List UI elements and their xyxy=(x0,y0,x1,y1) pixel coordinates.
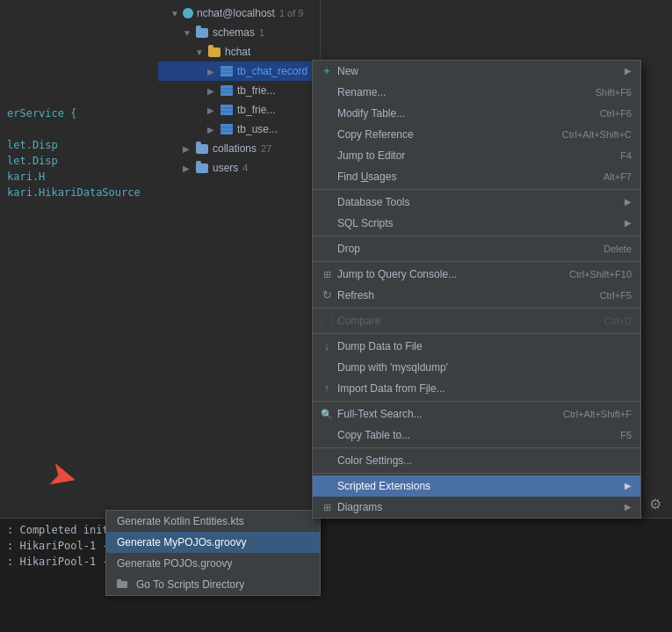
table-icon-tb-use xyxy=(220,122,234,136)
menu-item-color-settings[interactable]: Color Settings... xyxy=(313,450,640,471)
new-arrow: ▶ xyxy=(625,61,632,82)
rename-label: Rename... xyxy=(337,82,578,103)
tree-item-nchat[interactable]: ▼ nchat@localhost 1 of 9 xyxy=(158,4,320,23)
svg-rect-6 xyxy=(220,105,233,115)
import-icon: ↑ xyxy=(320,378,334,399)
menu-item-rename[interactable]: Rename... Shift+F6 xyxy=(313,82,640,103)
copy-table-shortcut: F5 xyxy=(620,425,632,446)
full-text-search-shortcut: Ctrl+Alt+Shift+F xyxy=(563,403,632,425)
table-icon-tb-frie-2 xyxy=(220,103,234,117)
compare-label: Compare xyxy=(337,310,587,331)
separator-2 xyxy=(313,236,640,236)
tree-arrow-nchat: ▼ xyxy=(170,9,183,18)
refresh-icon: ↻ xyxy=(320,285,334,306)
svg-rect-13 xyxy=(117,579,121,582)
menu-item-copy-reference[interactable]: Copy Reference Ctrl+Alt+Shift+C xyxy=(313,124,640,145)
find-usages-label: Find Usages xyxy=(337,166,586,187)
compare-icon: ⋮⋮ xyxy=(320,310,334,331)
scripted-extensions-label: Scripted Extensions xyxy=(337,476,620,497)
hchat-label: hchat xyxy=(225,46,250,58)
dump-mysqldump-label: Dump with 'mysqldump' xyxy=(337,357,632,378)
sub-context-menu-scripted-extensions: Generate Kotlin Entities.kts Generate My… xyxy=(105,510,321,596)
tree-item-hchat[interactable]: ▼ hchat xyxy=(158,42,320,62)
sub-menu-generate-kotlin[interactable]: Generate Kotlin Entities.kts xyxy=(106,511,320,532)
code-line-4: let.Disp xyxy=(0,153,163,169)
hchat-folder-icon xyxy=(207,45,221,59)
tree-item-tb-frie-2[interactable]: ▶ tb_frie... xyxy=(158,100,320,120)
code-line-5: kari.H xyxy=(0,169,163,185)
tree-arrow-tb-chat: ▶ xyxy=(207,67,220,76)
menu-item-compare[interactable]: ⋮⋮ Compare Ctrl+D xyxy=(313,310,640,331)
tree-item-collations[interactable]: ▶ collations 27 xyxy=(158,139,320,158)
menu-item-jump-editor[interactable]: Jump to Editor F4 xyxy=(313,145,640,166)
tree-item-users[interactable]: ▶ users 4 xyxy=(158,158,320,178)
menu-item-full-text-search[interactable]: 🔍 Full-Text Search... Ctrl+Alt+Shift+F xyxy=(313,403,640,425)
menu-item-refresh[interactable]: ↻ Refresh Ctrl+F5 xyxy=(313,285,640,306)
schemas-badge: 1 xyxy=(259,27,264,38)
diagrams-label: Diagrams xyxy=(337,497,620,518)
svg-rect-12 xyxy=(117,581,127,588)
menu-item-scripted-extensions[interactable]: Scripted Extensions ▶ xyxy=(313,476,640,497)
menu-item-find-usages[interactable]: Find Usages Alt+F7 xyxy=(313,166,640,187)
rename-shortcut: Shift+F6 xyxy=(596,82,632,103)
folder-small-icon xyxy=(117,574,131,595)
menu-item-diagrams[interactable]: ⊞ Diagrams ▶ xyxy=(313,497,640,518)
code-line-1: erService { xyxy=(0,105,163,121)
tree-arrow-hchat: ▼ xyxy=(195,47,207,57)
jump-editor-label: Jump to Editor xyxy=(337,145,603,166)
menu-item-dump-data[interactable]: ↓ Dump Data to File xyxy=(313,336,640,357)
sub-menu-generate-pojos[interactable]: Generate POJOs.groovy xyxy=(106,553,320,574)
menu-item-new[interactable]: + New ▶ xyxy=(313,61,640,82)
menu-item-jump-query[interactable]: ⊞ Jump to Query Console... Ctrl+Shift+F1… xyxy=(313,264,640,285)
separator-1 xyxy=(313,189,640,190)
users-badge: 4 xyxy=(242,163,248,173)
collations-badge: 27 xyxy=(261,143,271,154)
tree-arrow-collations: ▶ xyxy=(183,144,195,154)
plus-icon: + xyxy=(320,61,334,82)
tree-item-tb-frie-1[interactable]: ▶ tb_frie... xyxy=(158,81,320,100)
svg-rect-0 xyxy=(220,66,233,76)
tree-item-tb-use[interactable]: ▶ tb_use... xyxy=(158,120,320,139)
database-tree: ▼ nchat@localhost 1 of 9 ▼ schemas 1 ▼ xyxy=(158,0,320,181)
menu-item-dump-mysqldump[interactable]: Dump with 'mysqldump' xyxy=(313,357,640,378)
gear-button[interactable]: ⚙ xyxy=(646,494,665,513)
tree-arrow-users: ▶ xyxy=(183,163,195,173)
diagrams-icon: ⊞ xyxy=(320,497,334,518)
full-text-search-label: Full-Text Search... xyxy=(337,403,546,425)
refresh-shortcut: Ctrl+F5 xyxy=(600,285,632,306)
separator-6 xyxy=(313,401,640,402)
svg-rect-9 xyxy=(220,124,233,134)
find-usages-shortcut: Alt+F7 xyxy=(603,166,632,187)
modify-table-shortcut: Ctrl+F6 xyxy=(600,103,632,124)
database-tools-arrow: ▶ xyxy=(625,192,632,213)
code-line-6: kari.HikariDataSource xyxy=(0,185,163,200)
copy-table-label: Copy Table to... xyxy=(337,425,603,446)
code-line-3: let.Disp xyxy=(0,137,163,153)
go-to-scripts-label: Go To Scripts Directory xyxy=(136,574,244,595)
menu-item-sql-scripts[interactable]: SQL Scripts ▶ xyxy=(313,213,640,234)
menu-item-database-tools[interactable]: Database Tools ▶ xyxy=(313,192,640,213)
menu-item-drop[interactable]: Drop Delete xyxy=(313,238,640,259)
nchat-badge: 1 of 9 xyxy=(279,8,304,18)
schemas-label: schemas xyxy=(213,26,255,39)
menu-item-copy-table[interactable]: Copy Table to... F5 xyxy=(313,425,640,446)
ide-background: erService { let.Disp let.Disp kari.H kar… xyxy=(0,0,672,632)
tree-item-tb-chat-record[interactable]: ▶ tb_chat_record xyxy=(158,62,320,81)
database-tools-label: Database Tools xyxy=(337,192,620,213)
code-line-2 xyxy=(0,121,163,137)
sql-scripts-label: SQL Scripts xyxy=(337,213,620,234)
tb-frie-1-label: tb_frie... xyxy=(237,84,275,97)
menu-item-import-data[interactable]: ↑ Import Data from File... xyxy=(313,378,640,399)
dump-icon: ↓ xyxy=(320,336,334,357)
sub-menu-go-to-scripts[interactable]: Go To Scripts Directory xyxy=(106,574,320,595)
jump-editor-shortcut: F4 xyxy=(620,145,632,166)
separator-3 xyxy=(313,261,640,262)
refresh-label: Refresh xyxy=(337,285,582,306)
color-settings-label: Color Settings... xyxy=(337,450,632,471)
menu-item-modify-table[interactable]: Modify Table... Ctrl+F6 xyxy=(313,103,640,124)
jump-query-label: Jump to Query Console... xyxy=(337,264,552,285)
tree-item-schemas[interactable]: ▼ schemas 1 xyxy=(158,23,320,42)
tree-arrow-tb-use: ▶ xyxy=(207,125,220,134)
tb-use-label: tb_use... xyxy=(237,123,278,135)
sub-menu-generate-mypojos[interactable]: Generate MyPOJOs.groovy xyxy=(106,532,320,553)
